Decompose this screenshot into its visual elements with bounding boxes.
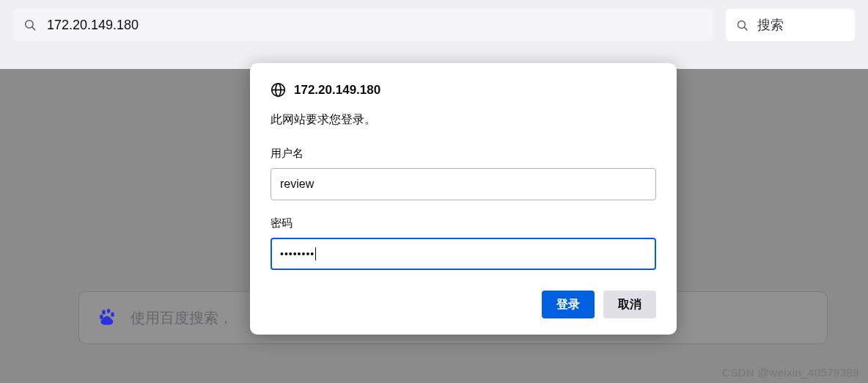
password-label: 密码 [271,216,656,230]
login-button[interactable]: 登录 [542,291,595,318]
username-label: 用户名 [271,147,656,161]
url-bar[interactable]: 172.20.149.180 [13,9,713,41]
auth-dialog-host: 172.20.149.180 [294,83,380,98]
search-icon [736,19,749,32]
svg-point-5 [107,309,110,313]
search-label: 搜索 [757,16,784,34]
svg-line-3 [744,27,747,30]
search-icon [23,18,37,32]
cancel-button[interactable]: 取消 [603,291,656,318]
baidu-icon [98,308,117,327]
username-input[interactable] [271,168,656,200]
http-auth-dialog: 172.20.149.180 此网站要求您登录。 用户名 密码 ••••••••… [250,63,677,335]
url-text: 172.20.149.180 [47,18,139,33]
browser-chrome: 172.20.149.180 搜索 [0,0,868,69]
baidu-search-placeholder: 使用百度搜索， [130,308,233,328]
password-input[interactable]: •••••••• [271,238,656,270]
globe-icon [271,82,286,98]
svg-point-6 [100,315,103,319]
svg-point-7 [111,313,114,317]
svg-line-1 [32,27,35,30]
svg-point-4 [102,310,106,315]
watermark: CSDN @weixin_40579389 [722,366,859,379]
password-value: •••••••• [280,248,315,260]
search-box[interactable]: 搜索 [726,9,855,41]
auth-dialog-message: 此网站要求您登录。 [271,112,656,128]
text-cursor [315,247,316,260]
